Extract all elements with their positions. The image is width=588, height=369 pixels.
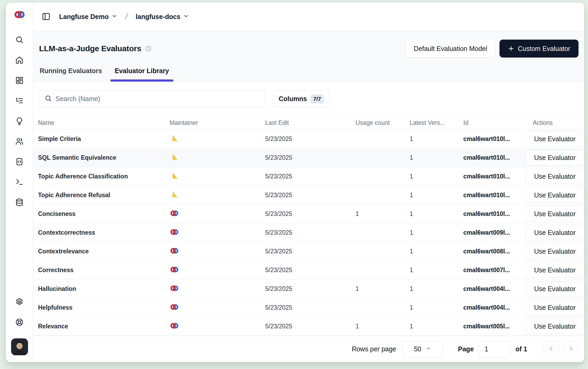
- table-toolbar: Columns 7/7: [33, 82, 584, 116]
- last-edit-date: 5/23/2025: [265, 192, 356, 199]
- langfuse-logo-icon: [170, 247, 179, 255]
- table-row[interactable]: Relevance5/23/202511cmal6wart005l...Use …: [33, 317, 584, 336]
- topbar: Langfuse Demo langfuse-docs: [33, 3, 584, 31]
- table-row[interactable]: Conciseness5/23/202511cmal6wart010l...Us…: [33, 205, 584, 223]
- latest-version: 1: [410, 304, 463, 311]
- use-evaluator-button[interactable]: Use Evaluator: [525, 281, 584, 296]
- langfuse-logo-icon[interactable]: [13, 10, 26, 20]
- tab-running-evaluators[interactable]: Running Evaluators: [40, 64, 102, 82]
- custom-evaluator-button[interactable]: Custom Evaluator: [500, 40, 578, 58]
- column-header-last-edit[interactable]: Last Edit: [265, 119, 356, 126]
- sidebar-item-prompts[interactable]: [14, 115, 25, 127]
- next-page-button[interactable]: [563, 341, 580, 357]
- sidebar-item-datasets[interactable]: [14, 156, 25, 167]
- sidebar-item-dashboards[interactable]: [14, 74, 25, 86]
- evaluator-name: Topic Adherence Classification: [33, 173, 170, 180]
- rows-per-page-select[interactable]: 50: [403, 341, 443, 357]
- table-row[interactable]: Contextcorrectness5/23/20251cmal6wart009…: [33, 223, 584, 242]
- latest-version: 1: [410, 192, 463, 199]
- tab-evaluator-library[interactable]: Evaluator Library: [115, 64, 169, 82]
- sidebar-bottom: [14, 296, 25, 328]
- chevron-down-icon: [183, 13, 189, 21]
- sidebar-toggle-button[interactable]: [40, 11, 52, 23]
- app-background: Langfuse Demo langfuse-docs: [0, 0, 588, 369]
- use-evaluator-button[interactable]: Use Evaluator: [525, 319, 584, 334]
- evaluator-name: Correctness: [33, 267, 170, 274]
- use-evaluator-button[interactable]: Use Evaluator: [525, 187, 584, 203]
- use-evaluator-button[interactable]: Use Evaluator: [525, 244, 584, 259]
- home-icon: [15, 56, 24, 64]
- langfuse-logo-icon: [170, 266, 179, 273]
- sidebar-item-data[interactable]: [14, 196, 25, 208]
- sidebar-item-tracing[interactable]: [14, 95, 25, 106]
- lifebuoy-icon: [15, 318, 24, 326]
- column-header-latest-version[interactable]: Latest Vers...: [410, 119, 463, 126]
- database-icon: [15, 198, 24, 206]
- sidebar-item-support[interactable]: [14, 316, 25, 328]
- sidebar-item-home[interactable]: [14, 54, 25, 66]
- column-header-usage-count[interactable]: Usage count: [356, 119, 410, 126]
- evaluator-name: SQL Semantic Equivalence: [33, 154, 170, 161]
- sidebar-item-search[interactable]: [14, 34, 25, 45]
- table-row[interactable]: Contextrelevance5/23/20251cmal6wart008l.…: [33, 242, 584, 261]
- table-row[interactable]: Correctness5/23/20251cmal6wart007l...Use…: [33, 261, 584, 280]
- usage-count: 1: [356, 210, 410, 217]
- table-row[interactable]: Simple Criteria5/23/20251cmal6wart010l..…: [33, 130, 584, 148]
- use-evaluator-button[interactable]: Use Evaluator: [525, 225, 584, 240]
- org-switcher[interactable]: Langfuse Demo: [57, 11, 120, 23]
- sidebar-item-settings[interactable]: [14, 296, 25, 308]
- search-icon: [15, 36, 24, 44]
- gear-icon: [15, 298, 24, 306]
- use-evaluator-button[interactable]: Use Evaluator: [525, 131, 584, 146]
- dashboard-grid-icon: [15, 76, 24, 84]
- search-input[interactable]: [55, 95, 260, 103]
- use-evaluator-button[interactable]: Use Evaluator: [525, 262, 584, 278]
- project-name: langfuse-docs: [136, 13, 180, 21]
- evaluator-id: cmal6wart010l...: [463, 210, 525, 217]
- table-row[interactable]: Topic Adherence Classification5/23/20251…: [33, 167, 584, 186]
- default-evaluation-model-button[interactable]: Default Evaluation Model: [405, 40, 495, 58]
- use-evaluator-button[interactable]: Use Evaluator: [525, 150, 584, 165]
- last-edit-date: 5/23/2025: [265, 135, 356, 143]
- usage-count: 1: [356, 323, 410, 330]
- use-evaluator-button[interactable]: Use Evaluator: [525, 206, 584, 221]
- column-header-name[interactable]: Name: [33, 119, 170, 126]
- page-header: LLM-as-a-Judge Evaluators Default Evalua…: [33, 31, 584, 82]
- last-edit-date: 5/23/2025: [265, 304, 356, 311]
- table-row[interactable]: Helpfulness5/23/20251cmal6wart004l...Use…: [33, 298, 584, 317]
- table-header-row: Name Maintainer Last Edit Usage count La…: [33, 116, 584, 130]
- last-edit-date: 5/23/2025: [265, 210, 356, 217]
- chevron-right-icon: [568, 346, 575, 353]
- chevron-down-icon: [426, 345, 431, 353]
- evaluator-id: cmal6wart007l...: [463, 267, 525, 274]
- sidebar: [6, 3, 33, 362]
- project-switcher[interactable]: langfuse-docs: [133, 11, 192, 23]
- user-avatar[interactable]: [11, 338, 28, 355]
- table-body: Simple Criteria5/23/20251cmal6wart010l..…: [33, 130, 584, 336]
- use-evaluator-button[interactable]: Use Evaluator: [525, 169, 584, 184]
- evaluator-name: Simple Criteria: [33, 135, 170, 143]
- chevron-left-icon: [548, 346, 554, 353]
- evaluator-id: cmal6wart010l...: [463, 192, 525, 199]
- sidebar-item-users[interactable]: [14, 135, 25, 147]
- columns-button[interactable]: Columns 7/7: [273, 91, 330, 107]
- column-header-id[interactable]: Id: [463, 119, 525, 126]
- custom-evaluator-label: Custom Evaluator: [518, 45, 570, 53]
- last-edit-date: 5/23/2025: [265, 173, 356, 180]
- use-evaluator-button[interactable]: Use Evaluator: [525, 300, 584, 315]
- table-row[interactable]: Hallucination5/23/202511cmal6wart004l...…: [33, 280, 584, 298]
- sidebar-item-playground[interactable]: [14, 176, 25, 188]
- info-icon[interactable]: [145, 45, 152, 52]
- evaluator-id: cmal6wart005l...: [463, 323, 525, 330]
- evaluator-name: Topic Adherence Refusal: [33, 192, 170, 199]
- breadcrumb-separator: [123, 12, 130, 21]
- evaluator-name: Contextcorrectness: [33, 229, 170, 236]
- column-header-maintainer[interactable]: Maintainer: [170, 119, 265, 126]
- previous-page-button[interactable]: [543, 341, 559, 357]
- table-row[interactable]: SQL Semantic Equivalence5/23/20251cmal6w…: [33, 148, 584, 167]
- latest-version: 1: [410, 285, 463, 292]
- app-window: Langfuse Demo langfuse-docs: [6, 3, 584, 362]
- page-number-input[interactable]: [479, 341, 510, 357]
- evaluator-id: cmal6wart004l...: [463, 285, 525, 292]
- table-row[interactable]: Topic Adherence Refusal5/23/20251cmal6wa…: [33, 186, 584, 205]
